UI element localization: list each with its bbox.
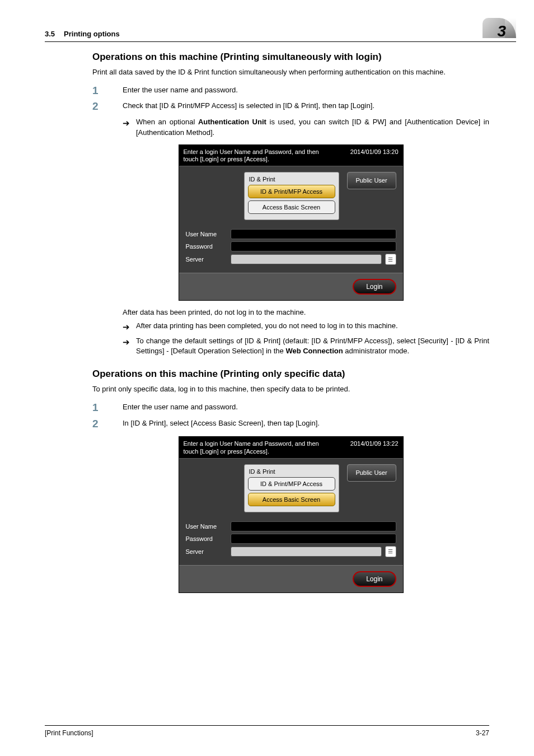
panel-prompt: Enter a login User Name and Password, an… <box>184 148 329 164</box>
panel-bottom: Login <box>179 565 403 592</box>
panel-timestamp: 2014/01/09 13:22 <box>350 440 399 456</box>
public-user-button[interactable]: Public User <box>347 172 396 189</box>
panel-timestamp: 2014/01/09 13:20 <box>350 148 399 164</box>
arrow-icon: ➔ <box>123 321 136 333</box>
label-username: User Name <box>186 523 231 530</box>
step-sub-text: When an optional Authentication Unit is … <box>136 117 489 137</box>
field-password: Password <box>186 241 396 251</box>
panel-mid: ID & Print ID & Print/MFP Access Access … <box>179 459 403 518</box>
intro-specific-data: To print only specific data, log in to t… <box>92 384 489 394</box>
input-username[interactable] <box>231 229 396 239</box>
field-username: User Name <box>186 521 396 531</box>
section-label: 3.5 Printing options <box>45 30 120 38</box>
panel-top: Enter a login User Name and Password, an… <box>179 437 403 458</box>
label-username: User Name <box>186 231 231 237</box>
text-bold: Web Connection <box>285 347 343 355</box>
input-password[interactable] <box>231 241 396 251</box>
section-title: Printing options <box>64 30 120 38</box>
step-number: 1 <box>92 85 123 97</box>
panel-bottom: Login <box>179 273 403 300</box>
mfp-panel-2: Enter a login User Name and Password, an… <box>179 436 404 593</box>
panel-top: Enter a login User Name and Password, an… <box>179 145 403 166</box>
step-text: Enter the user name and password. <box>123 402 489 414</box>
label-server: Server <box>186 256 231 263</box>
page-header: 3.5 Printing options 3 <box>45 18 516 42</box>
sub-text: After data printing has been completed, … <box>136 321 489 333</box>
input-password[interactable] <box>231 534 396 544</box>
step-text: Check that [ID & Print/MFP Access] is se… <box>123 101 489 113</box>
panel-mid: ID & Print ID & Print/MFP Access Access … <box>179 166 403 226</box>
after-sub-2: ➔ To change the default settings of [ID … <box>123 336 489 356</box>
field-server: Server ☰ <box>186 546 396 557</box>
intro-sim-login: Print all data saved by the ID & Print f… <box>92 67 489 77</box>
login-button[interactable]: Login <box>353 279 396 295</box>
label-server: Server <box>186 548 231 555</box>
section-number: 3.5 <box>45 30 55 38</box>
heading-specific-data: Operations on this machine (Printing onl… <box>92 368 489 380</box>
label-password: Password <box>186 535 231 542</box>
panel-fields: User Name Password Server ☰ <box>179 518 403 565</box>
list-icon[interactable]: ☰ <box>385 546 396 557</box>
field-username: User Name <box>186 229 396 239</box>
step-number: 2 <box>92 101 123 113</box>
option-id-print-mfp-access[interactable]: ID & Print/MFP Access <box>248 477 335 491</box>
panel-fields: User Name Password Server ☰ <box>179 226 403 273</box>
options-title: ID & Print <box>249 468 334 475</box>
input-server[interactable] <box>231 254 382 264</box>
public-user-button[interactable]: Public User <box>347 464 396 482</box>
step-2a-sub: ➔ When an optional Authentication Unit i… <box>123 117 489 137</box>
field-password: Password <box>186 534 396 544</box>
text-run: When an optional <box>136 118 198 126</box>
option-id-print-mfp-access[interactable]: ID & Print/MFP Access <box>248 185 335 198</box>
step-number: 1 <box>92 402 123 414</box>
option-access-basic-screen[interactable]: Access Basic Screen <box>248 493 335 506</box>
login-button[interactable]: Login <box>353 571 396 587</box>
id-print-options: ID & Print ID & Print/MFP Access Access … <box>244 172 339 220</box>
arrow-icon: ➔ <box>123 117 136 137</box>
mfp-panel-1: Enter a login User Name and Password, an… <box>179 144 404 301</box>
after-print-note: After data has been printed, do not log … <box>123 307 489 318</box>
input-server[interactable] <box>231 547 382 557</box>
input-username[interactable] <box>231 521 396 531</box>
chapter-number: 3 <box>497 22 506 40</box>
options-title: ID & Print <box>249 176 334 183</box>
page-footer: [Print Functions] 3-27 <box>45 725 489 737</box>
list-icon[interactable]: ☰ <box>385 254 396 265</box>
text-bold: Authentication Unit <box>198 118 266 126</box>
step-text: In [ID & Print], select [Access Basic Sc… <box>123 418 489 430</box>
option-access-basic-screen[interactable]: Access Basic Screen <box>248 200 335 214</box>
step-text: Enter the user name and password. <box>123 85 489 97</box>
text-run: administrator mode. <box>343 347 410 355</box>
heading-sim-login: Operations on this machine (Printing sim… <box>92 52 489 63</box>
footer-page-number: 3-27 <box>476 729 489 737</box>
step-1a: 1 Enter the user name and password. <box>92 85 489 97</box>
sub-text: To change the default settings of [ID & … <box>136 336 489 356</box>
chapter-tab: 3 <box>483 18 516 38</box>
arrow-icon: ➔ <box>123 336 136 356</box>
id-print-options: ID & Print ID & Print/MFP Access Access … <box>244 464 339 512</box>
label-password: Password <box>186 243 231 250</box>
step-number: 2 <box>92 418 123 430</box>
step-2a: 2 Check that [ID & Print/MFP Access] is … <box>92 101 489 113</box>
panel-prompt: Enter a login User Name and Password, an… <box>184 440 329 456</box>
field-server: Server ☰ <box>186 254 396 265</box>
footer-doc-title: [Print Functions] <box>45 729 93 737</box>
after-sub-1: ➔ After data printing has been completed… <box>123 321 489 333</box>
step-1b: 1 Enter the user name and password. <box>92 402 489 414</box>
step-2b: 2 In [ID & Print], select [Access Basic … <box>92 418 489 430</box>
